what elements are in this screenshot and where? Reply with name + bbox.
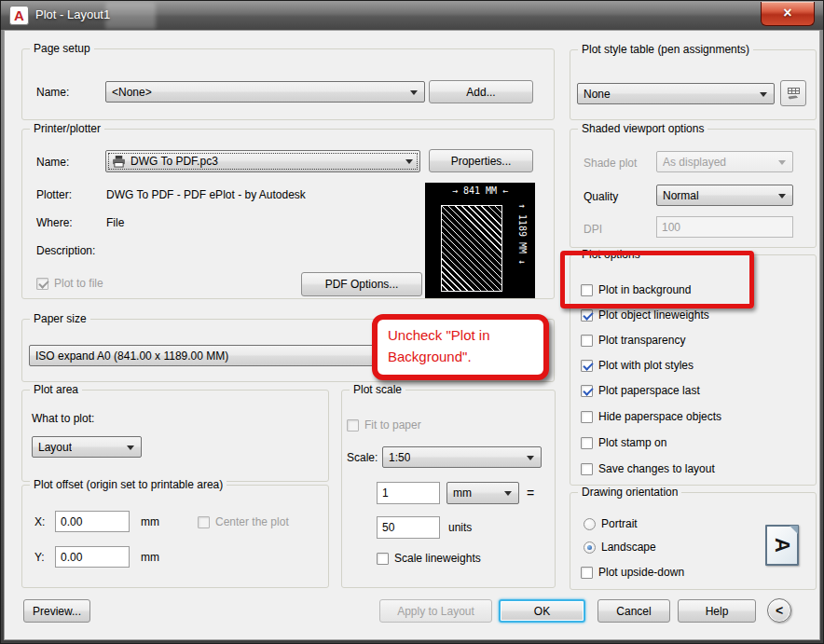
group-title: Page setup <box>30 42 94 55</box>
edit-plot-style-button[interactable] <box>780 80 806 106</box>
checkbox-label: Center the plot <box>215 515 289 528</box>
landscape-orientation-icon: A <box>765 525 799 566</box>
checkbox-box[interactable] <box>377 553 389 565</box>
dropdown-arrow-icon <box>504 491 512 496</box>
group-title: Shaded viewport options <box>578 122 707 135</box>
plot-style-select[interactable]: None <box>577 83 775 104</box>
landscape-radio[interactable]: Landscape <box>584 541 656 554</box>
paper-height-dimension: 1189 MM <box>517 203 528 295</box>
checkbox-label: Plot with plot styles <box>598 359 694 372</box>
checkbox-box[interactable] <box>36 278 48 290</box>
printer-name-value: DWG To PDF.pc3 <box>130 155 218 168</box>
checkbox-box[interactable] <box>581 360 593 372</box>
group-title: Plot scale <box>350 383 405 396</box>
center-the-plot-checkbox[interactable]: Center the plot <box>198 515 289 528</box>
plot-style-value: None <box>584 88 611 101</box>
paper-height-label: 1189 MM <box>517 214 528 253</box>
plot-with-plot-styles-checkbox[interactable]: Plot with plot styles <box>581 359 694 372</box>
background-window-artifact <box>105 2 156 29</box>
group-title: Drawing orientation <box>578 486 681 499</box>
offset-x-input[interactable] <box>55 511 130 532</box>
checkbox-box[interactable] <box>581 284 593 296</box>
what-to-plot-label: What to plot: <box>32 412 94 425</box>
plot-stamp-on-checkbox[interactable]: Plot stamp on <box>581 436 666 449</box>
group-title: Plot style table (pen assignments) <box>578 43 753 56</box>
annotation-text: Uncheck "Plot in Background". <box>388 327 490 364</box>
radio-label: Landscape <box>601 541 656 554</box>
shade-plot-select: As displayed <box>656 151 793 172</box>
plot-object-lineweights-checkbox[interactable]: Plot object lineweights <box>581 308 709 322</box>
quality-value: Normal <box>663 189 699 202</box>
checkbox-label: Plot upside-down <box>598 566 684 579</box>
dpi-label: DPI <box>584 223 602 236</box>
what-to-plot-select[interactable]: Layout <box>32 436 142 458</box>
plot-dialog-window: A Plot - Layout1 × Page setup Printer/pl… <box>0 0 824 644</box>
checkbox-box[interactable] <box>347 419 359 432</box>
what-to-plot-value: Layout <box>38 441 72 454</box>
checkbox-box[interactable] <box>581 567 593 579</box>
scale-units-input[interactable] <box>377 516 440 539</box>
offset-x-label: X: <box>34 515 45 528</box>
plotter-value: DWG To PDF - PDF ePlot - by Autodesk <box>106 188 306 201</box>
scale-unit-select[interactable]: mm <box>446 482 519 504</box>
plot-paperspace-last-checkbox[interactable]: Plot paperspace last <box>581 384 700 397</box>
quality-select[interactable]: Normal <box>656 185 793 206</box>
plot-in-background-checkbox[interactable]: Plot in background <box>581 283 691 296</box>
printer-name-select[interactable]: DWG To PDF.pc3 <box>105 150 420 172</box>
scale-label: Scale: <box>347 451 378 464</box>
checkbox-box[interactable] <box>581 385 593 397</box>
checkbox-label: Fit to paper <box>364 418 421 432</box>
dropdown-arrow-icon <box>527 456 534 460</box>
hide-paperspace-objects-checkbox[interactable]: Hide paperspace objects <box>581 410 721 423</box>
checkbox-label: Plot stamp on <box>598 436 666 449</box>
scale-lineweights-checkbox[interactable]: Scale lineweights <box>377 552 481 565</box>
title-bar[interactable]: A Plot - Layout1 × <box>1 1 823 30</box>
checkbox-label: Plot paperspace last <box>598 384 700 397</box>
radio-button[interactable] <box>584 518 596 530</box>
portrait-radio[interactable]: Portrait <box>584 517 638 530</box>
autocad-logo-icon: A <box>9 6 29 25</box>
page-fold-icon <box>790 526 798 534</box>
checkbox-box[interactable] <box>198 516 210 528</box>
checkbox-box[interactable] <box>581 437 593 449</box>
plot-upside-down-checkbox[interactable]: Plot upside-down <box>581 566 684 579</box>
cancel-button[interactable]: Cancel <box>597 599 670 623</box>
paper-preview: 841 MM 1189 MM <box>425 183 535 298</box>
offset-x-unit: mm <box>141 515 159 528</box>
chevron-left-icon: < <box>776 603 783 618</box>
scale-paper-input[interactable] <box>377 482 440 504</box>
apply-to-layout-button[interactable]: Apply to Layout <box>379 599 492 623</box>
shade-plot-value: As displayed <box>663 156 726 169</box>
radio-button[interactable] <box>584 541 596 554</box>
dropdown-arrow-icon <box>778 194 786 199</box>
ok-button[interactable]: OK <box>499 599 585 623</box>
checkbox-box[interactable] <box>581 335 593 347</box>
pdf-options-button[interactable]: PDF Options... <box>301 272 422 296</box>
checkbox-label: Save changes to layout <box>598 462 715 475</box>
checkbox-box[interactable] <box>581 463 593 475</box>
printer-icon <box>112 156 126 168</box>
plot-offset-group: Plot offset (origin set to printable are… <box>21 485 329 588</box>
checkbox-box[interactable] <box>581 411 593 423</box>
help-button[interactable]: Help <box>678 599 756 623</box>
add-button[interactable]: Add... <box>429 80 533 103</box>
close-button[interactable]: × <box>761 2 815 26</box>
scale-select[interactable]: 1:50 <box>382 446 542 468</box>
plot-transparency-checkbox[interactable]: Plot transparency <box>581 334 685 347</box>
fit-to-paper-checkbox[interactable]: Fit to paper <box>347 418 421 432</box>
more-options-toggle[interactable]: < <box>767 598 791 623</box>
save-changes-to-layout-checkbox[interactable]: Save changes to layout <box>581 462 715 475</box>
page-setup-name-select[interactable]: <None> <box>105 81 425 103</box>
equals-sign: = <box>527 486 534 500</box>
checkbox-box[interactable] <box>581 309 593 322</box>
preview-button[interactable]: Preview... <box>23 599 90 623</box>
scale-value: 1:50 <box>389 451 410 464</box>
offset-y-input[interactable] <box>55 546 130 568</box>
checkbox-label: Plot in background <box>598 283 691 296</box>
group-title: Plot options <box>578 248 644 261</box>
paper-width-label: 841 MM <box>463 185 497 196</box>
properties-button[interactable]: Properties... <box>429 149 533 172</box>
plot-to-file-checkbox[interactable]: Plot to file <box>36 277 103 290</box>
dropdown-arrow-icon <box>410 90 418 95</box>
page-setup-name-label: Name: <box>36 86 69 99</box>
